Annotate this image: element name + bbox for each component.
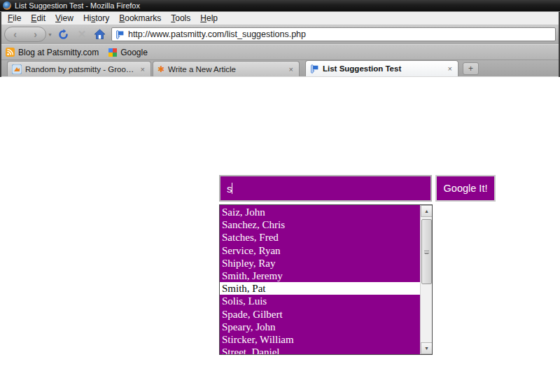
menu-view[interactable]: View: [50, 13, 78, 23]
tab-list-suggestion-test[interactable]: List Suggestion Test ×: [305, 60, 458, 76]
tab-title: Write a New Article: [168, 65, 284, 74]
home-icon: [94, 29, 106, 40]
list-item[interactable]: Service, Ryan: [220, 244, 420, 257]
stop-button[interactable]: ✕: [75, 27, 89, 42]
window-titlebar: List Suggestion Test - Mozilla Firefox: [0, 0, 560, 12]
bookmark-blog[interactable]: Blog at Patsmitty.com: [6, 48, 99, 57]
list-item[interactable]: Speary, John: [220, 321, 420, 333]
menu-edit[interactable]: Edit: [26, 13, 50, 23]
tab-title: List Suggestion Test: [323, 64, 443, 73]
forward-icon[interactable]: ›: [34, 27, 37, 41]
menu-bookmarks[interactable]: Bookmarks: [114, 13, 166, 23]
back-forward-buttons[interactable]: ‹ ›: [4, 27, 46, 42]
list-item[interactable]: Street, Daniel: [220, 346, 420, 355]
tab-close-icon[interactable]: ×: [288, 65, 295, 74]
tab-grooveshark[interactable]: Random by patsmitty - Grooveshar... ×: [7, 61, 151, 76]
tab-title: Random by patsmitty - Grooveshar...: [25, 65, 136, 74]
list-item[interactable]: Spade, Gilbert: [220, 308, 420, 321]
reload-button[interactable]: [57, 27, 71, 42]
google-it-button[interactable]: Google It!: [435, 175, 496, 202]
tab-write-article[interactable]: ✱ Write a New Article ×: [153, 61, 300, 76]
list-scrollbar[interactable]: ▲ ▼: [420, 205, 432, 354]
location-bar[interactable]: http://www.patsmitty.com/list_suggestion…: [111, 27, 556, 41]
rss-icon: [6, 48, 15, 57]
bookmarks-toolbar: Blog at Patsmitty.com Google: [1, 44, 559, 59]
site-favicon: [115, 30, 125, 39]
search-field-wrapper: [219, 175, 432, 202]
menu-bar: File Edit View History Bookmarks Tools H…: [1, 12, 559, 24]
scroll-down-button[interactable]: ▼: [421, 342, 433, 354]
list-item[interactable]: Saiz, John: [220, 206, 420, 218]
firefox-icon: [3, 1, 11, 10]
scrollbar-thumb[interactable]: [421, 219, 432, 284]
list-item[interactable]: Smith, Jeremy: [220, 270, 420, 282]
list-item[interactable]: Stircker, William: [220, 333, 420, 346]
recent-history-dropdown-icon[interactable]: ▼: [48, 32, 52, 37]
list-item[interactable]: Shipley, Ray: [220, 257, 420, 270]
scroll-up-button[interactable]: ▲: [421, 205, 433, 217]
list-item[interactable]: Solis, Luis: [220, 295, 420, 307]
menu-history[interactable]: History: [78, 13, 114, 23]
bookmark-google[interactable]: Google: [108, 48, 148, 57]
list-item[interactable]: Sanchez, Chris: [220, 218, 420, 231]
reload-icon: [57, 29, 69, 41]
tab-close-icon[interactable]: ×: [139, 65, 146, 74]
stop-icon: ✕: [78, 28, 87, 41]
tab-bar: Random by patsmitty - Grooveshar... × ✱ …: [1, 59, 559, 77]
browser-chrome: File Edit View History Bookmarks Tools H…: [0, 12, 560, 77]
suggestion-list-items: Saiz, John Sanchez, Chris Satches, Fred …: [220, 206, 420, 355]
menu-file[interactable]: File: [3, 13, 26, 23]
menu-tools[interactable]: Tools: [166, 13, 195, 23]
search-input[interactable]: [219, 175, 432, 202]
window-title: List Suggestion Test - Mozilla Firefox: [15, 1, 140, 10]
site-favicon: [310, 64, 319, 74]
text-caret: [232, 183, 232, 194]
scrollbar-grip: [424, 251, 429, 253]
bookmark-label: Blog at Patsmitty.com: [18, 48, 99, 57]
home-button[interactable]: [93, 27, 107, 42]
new-tab-button[interactable]: +: [463, 62, 479, 75]
list-item[interactable]: Smith, Pat: [220, 282, 420, 295]
page-content: Google It! Saiz, John Sanchez, Chris Sat…: [0, 77, 560, 392]
bookmark-label: Google: [120, 48, 148, 57]
grooveshark-favicon: [12, 64, 22, 74]
list-item[interactable]: Satches, Fred: [220, 231, 420, 244]
tab-close-icon[interactable]: ×: [447, 64, 454, 73]
navigation-toolbar: ‹ › ▼ ✕ http://www.patsmitty.: [1, 24, 559, 44]
google-icon: [108, 48, 117, 57]
suggestion-list: Saiz, John Sanchez, Chris Satches, Fred …: [219, 204, 433, 355]
menu-help[interactable]: Help: [195, 13, 223, 23]
url-text: http://www.patsmitty.com/list_suggestion…: [128, 29, 306, 39]
back-icon[interactable]: ‹: [13, 27, 17, 41]
article-favicon: ✱: [158, 64, 164, 74]
